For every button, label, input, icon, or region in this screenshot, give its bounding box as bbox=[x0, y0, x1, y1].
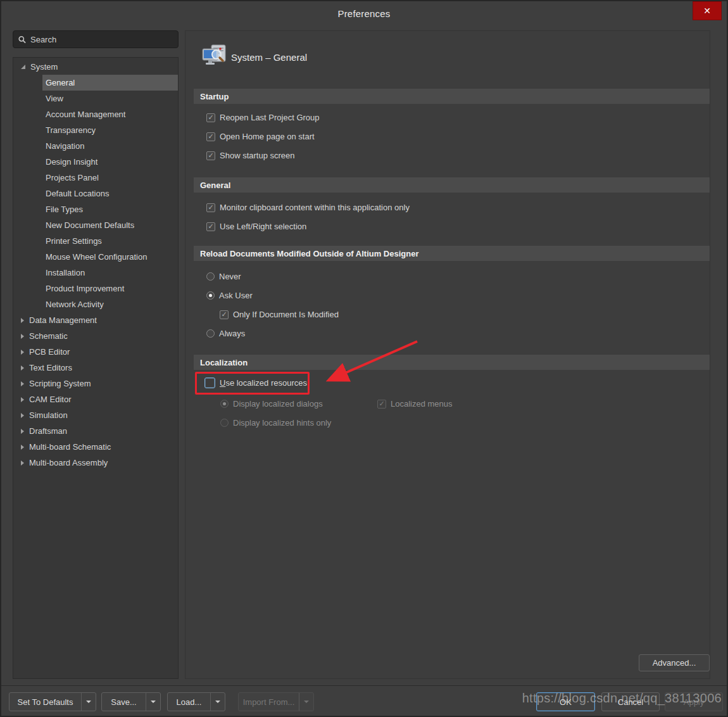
sidebar-item-file-types[interactable]: File Types bbox=[13, 201, 178, 217]
sidebar-item-label: Installation bbox=[46, 268, 85, 277]
section-localization-header: Localization bbox=[194, 355, 710, 370]
checkbox-row-use-left-right-selection[interactable]: ✓ Use Left/Right selection bbox=[206, 222, 306, 231]
checkbox-row-show-startup-screen[interactable]: ✓ Show startup screen bbox=[206, 151, 295, 160]
sidebar-item-label: System bbox=[30, 62, 58, 72]
search-box[interactable] bbox=[13, 30, 179, 48]
sidebar-item-label: Design Insight bbox=[46, 157, 97, 167]
collapsed-icon[interactable] bbox=[21, 413, 24, 418]
radio-icon[interactable] bbox=[206, 291, 215, 300]
sidebar-item-label: CAM Editor bbox=[29, 395, 71, 404]
sidebar-item-simulation[interactable]: Simulation bbox=[13, 407, 178, 423]
sidebar-item-installation[interactable]: Installation bbox=[13, 265, 178, 281]
collapsed-icon[interactable] bbox=[21, 334, 24, 339]
sidebar-item-label: General bbox=[46, 78, 75, 87]
search-input[interactable] bbox=[30, 35, 173, 44]
checkbox-row-open-home-page-on-start[interactable]: ✓ Open Home page on start bbox=[206, 132, 315, 141]
collapsed-icon[interactable] bbox=[21, 429, 24, 434]
sidebar-item-projects-panel[interactable]: Projects Panel bbox=[13, 170, 178, 186]
sidebar-item-label: Network Activity bbox=[46, 300, 104, 309]
sidebar-item-design-insight[interactable]: Design Insight bbox=[13, 154, 178, 170]
sidebar-item-label: Multi-board Schematic bbox=[29, 442, 111, 452]
sidebar-item-label: Mouse Wheel Configuration bbox=[46, 252, 147, 262]
checkbox-icon[interactable]: ✓ bbox=[206, 222, 215, 231]
section-reload-header: Reload Documents Modified Outside of Alt… bbox=[194, 246, 710, 261]
sidebar-item-system[interactable]: System bbox=[13, 59, 178, 75]
checkbox-row-reopen-last-project-group[interactable]: ✓ Reopen Last Project Group bbox=[206, 113, 320, 122]
system-general-icon bbox=[201, 44, 228, 68]
collapsed-icon[interactable] bbox=[21, 318, 24, 323]
sidebar-item-label: Account Management bbox=[46, 110, 125, 119]
save-button[interactable]: Save... bbox=[101, 692, 161, 711]
checkbox-icon[interactable]: ✓ bbox=[206, 203, 215, 212]
load-dropdown[interactable] bbox=[211, 693, 225, 711]
sidebar-item-label: File Types bbox=[46, 205, 83, 214]
sidebar-item-account-management[interactable]: Account Management bbox=[13, 106, 178, 122]
sidebar-item-general[interactable]: General bbox=[13, 75, 178, 91]
sidebar-item-view[interactable]: View bbox=[13, 91, 178, 106]
sidebar-item-schematic[interactable]: Schematic bbox=[13, 328, 178, 344]
sidebar-item-printer-settings[interactable]: Printer Settings bbox=[13, 233, 178, 249]
sidebar-item-navigation[interactable]: Navigation bbox=[13, 138, 178, 154]
sidebar-item-data-management[interactable]: Data Management bbox=[13, 312, 178, 328]
collapsed-icon[interactable] bbox=[21, 460, 24, 466]
checkbox-icon[interactable]: ✓ bbox=[206, 132, 215, 141]
sidebar-item-draftsman[interactable]: Draftsman bbox=[13, 423, 178, 439]
sidebar-item-mouse-wheel-configuration[interactable]: Mouse Wheel Configuration bbox=[13, 249, 178, 265]
close-button[interactable]: ✕ bbox=[693, 1, 722, 20]
collapsed-icon[interactable] bbox=[21, 397, 24, 402]
sidebar-item-product-improvement[interactable]: Product Improvement bbox=[13, 281, 178, 296]
advanced-button[interactable]: Advanced... bbox=[639, 654, 710, 671]
sidebar-item-default-locations[interactable]: Default Locations bbox=[13, 186, 178, 201]
sidebar-item-cam-editor[interactable]: CAM Editor bbox=[13, 391, 178, 407]
sidebar-item-multi-board-assembly[interactable]: Multi-board Assembly bbox=[13, 455, 178, 471]
sidebar-item-scripting-system[interactable]: Scripting System bbox=[13, 376, 178, 391]
expanded-icon[interactable] bbox=[21, 65, 25, 69]
sidebar-item-multi-board-schematic[interactable]: Multi-board Schematic bbox=[13, 439, 178, 455]
import-from-button: Import From... bbox=[238, 692, 314, 711]
sidebar-item-pcb-editor[interactable]: PCB Editor bbox=[13, 344, 178, 360]
collapsed-icon[interactable] bbox=[21, 350, 24, 355]
sidebar-item-label: Product Improvement bbox=[46, 284, 124, 293]
radio-icon[interactable] bbox=[206, 329, 215, 338]
preferences-dialog: Preferences ✕ SystemGeneralViewAccount M… bbox=[0, 0, 728, 717]
sidebar-item-network-activity[interactable]: Network Activity bbox=[13, 296, 178, 312]
preferences-tree: SystemGeneralViewAccount ManagementTrans… bbox=[13, 57, 179, 679]
checkbox-row-use-localized-resources[interactable]: ✓ Use localized resources bbox=[204, 378, 307, 388]
sidebar-item-new-document-defaults[interactable]: New Document Defaults bbox=[13, 217, 178, 233]
save-dropdown[interactable] bbox=[146, 693, 160, 711]
sidebar-item-label: Printer Settings bbox=[46, 236, 102, 246]
checkbox-row-monitor-clipboard[interactable]: ✓ Monitor clipboard content within this … bbox=[206, 203, 410, 212]
section-startup-header: Startup bbox=[194, 89, 710, 104]
set-to-defaults-button[interactable]: Set To Defaults bbox=[9, 692, 96, 711]
sidebar-item-transparency[interactable]: Transparency bbox=[13, 122, 178, 138]
collapsed-icon[interactable] bbox=[21, 445, 24, 450]
load-button[interactable]: Load... bbox=[167, 692, 225, 711]
collapsed-icon[interactable] bbox=[21, 365, 24, 371]
checkbox-icon[interactable]: ✓ bbox=[220, 310, 229, 319]
sidebar-item-label: Text Editors bbox=[29, 363, 72, 372]
checkbox-icon[interactable]: ✓ bbox=[206, 151, 215, 160]
sidebar-item-text-editors[interactable]: Text Editors bbox=[13, 360, 178, 376]
close-icon: ✕ bbox=[703, 6, 711, 16]
radio-row-never[interactable]: Never bbox=[206, 272, 241, 281]
checkbox-row-only-if-document-modified[interactable]: ✓ Only If Document Is Modified bbox=[220, 310, 339, 319]
sidebar-item-label: Draftsman bbox=[29, 426, 67, 436]
sidebar-item-label: New Document Defaults bbox=[46, 220, 134, 230]
collapsed-icon[interactable] bbox=[21, 381, 24, 386]
radio-icon[interactable] bbox=[206, 272, 215, 281]
set-to-defaults-dropdown[interactable] bbox=[82, 693, 96, 711]
chevron-down-icon bbox=[304, 701, 309, 703]
radio-row-ask-user[interactable]: Ask User bbox=[206, 291, 253, 300]
checkbox-icon: ✓ bbox=[377, 400, 386, 409]
radio-icon bbox=[220, 419, 229, 427]
sidebar: SystemGeneralViewAccount ManagementTrans… bbox=[13, 30, 179, 679]
radio-row-display-localized-dialogs: Display localized dialogs bbox=[220, 399, 323, 409]
radio-row-always[interactable]: Always bbox=[206, 329, 245, 338]
checkbox-icon[interactable]: ✓ bbox=[204, 378, 215, 388]
dialog-title: Preferences bbox=[1, 8, 727, 19]
checkbox-icon[interactable]: ✓ bbox=[206, 113, 215, 122]
section-general-header: General bbox=[194, 177, 710, 193]
ok-button[interactable]: OK bbox=[536, 692, 595, 711]
cancel-button[interactable]: Cancel bbox=[601, 692, 660, 711]
title-bar: Preferences ✕ bbox=[1, 1, 727, 27]
